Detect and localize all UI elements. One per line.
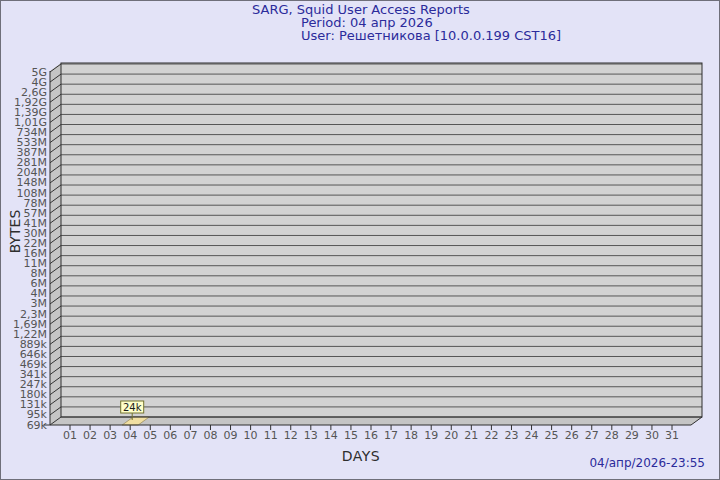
x-tick-label: 20 <box>444 429 458 442</box>
x-tick-label: 13 <box>304 429 318 442</box>
x-tick-label: 24 <box>525 429 539 442</box>
x-tick-label: 06 <box>163 429 177 442</box>
x-tick-label: 18 <box>404 429 418 442</box>
bar-value-label: 24k <box>123 402 142 413</box>
x-tick-label: 16 <box>364 429 378 442</box>
x-tick-label: 22 <box>484 429 498 442</box>
sarg-report-page: SARG, Squid User Access Reports Period: … <box>0 0 720 480</box>
x-tick-label: 19 <box>424 429 438 442</box>
x-tick-label: 28 <box>605 429 619 442</box>
x-tick-label: 30 <box>645 429 659 442</box>
x-tick-label: 29 <box>625 429 639 442</box>
x-tick-label: 14 <box>324 429 338 442</box>
x-tick-label: 17 <box>384 429 398 442</box>
x-tick-label: 23 <box>504 429 518 442</box>
x-tick-label: 08 <box>203 429 217 442</box>
x-tick-label: 25 <box>545 429 559 442</box>
generated-timestamp: 04/апр/2026-23:55 <box>589 456 705 470</box>
x-tick-label: 21 <box>464 429 478 442</box>
x-tick-label: 11 <box>264 429 278 442</box>
x-tick-label: 05 <box>143 429 157 442</box>
x-tick-label: 10 <box>244 429 258 442</box>
x-tick-label: 27 <box>585 429 599 442</box>
chart-plot-area <box>61 63 702 417</box>
x-tick-label: 04 <box>123 429 137 442</box>
x-tick-label: 15 <box>344 429 358 442</box>
x-tick-label: 26 <box>565 429 579 442</box>
x-tick-label: 31 <box>665 429 679 442</box>
x-tick-label: 09 <box>224 429 238 442</box>
access-bytes-chart: 5G4G2,6G1,92G1,39G1,01G734M533M387M281M2… <box>1 1 720 480</box>
x-tick-label: 07 <box>183 429 197 442</box>
x-tick-label: 02 <box>83 429 97 442</box>
x-tick-label: 12 <box>284 429 298 442</box>
x-tick-label: 01 <box>63 429 77 442</box>
x-tick-label: 03 <box>103 429 117 442</box>
